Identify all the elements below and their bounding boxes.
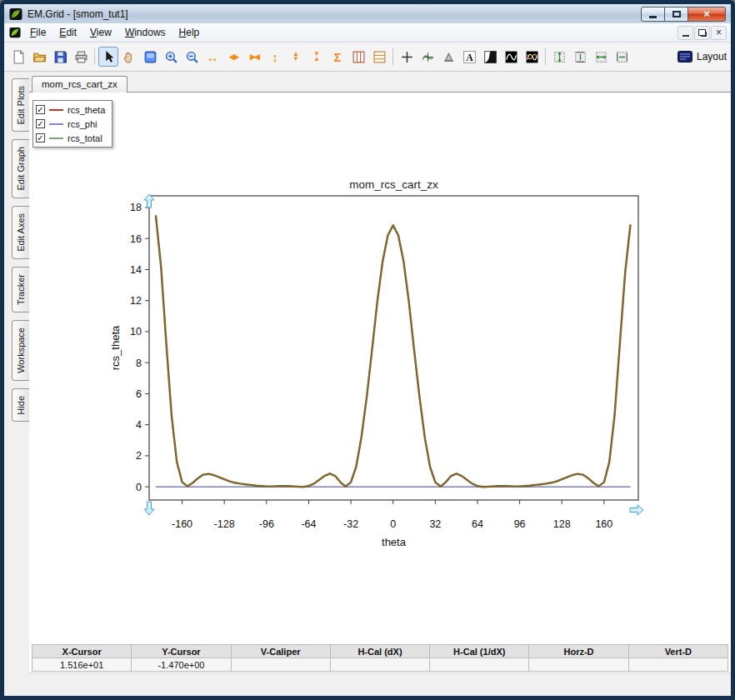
toolbar-separator [94, 48, 95, 65]
cursor-readout: X-Cursor Y-Cursor V-Caliper H-Cal (dX) H… [29, 644, 731, 672]
sidebar-tab-label: Tracker [16, 274, 26, 305]
column-format-icon[interactable] [348, 47, 368, 67]
legend-color-line [49, 123, 63, 125]
menu-view[interactable]: View [83, 24, 118, 41]
fit-vertical-alt-icon[interactable] [570, 47, 590, 67]
x-tick-label: -64 [301, 518, 316, 530]
mdi-minimize-button[interactable] [678, 26, 693, 40]
x-tick-label: -160 [172, 518, 192, 530]
sidebar-tab-workspace[interactable]: Workspace [12, 320, 29, 381]
titlebar: EM.Grid - [smom_tut1] × [4, 4, 731, 23]
plot-frame [149, 196, 638, 500]
toolbar-separator [545, 48, 546, 65]
mdi-restore-button[interactable] [694, 26, 710, 40]
document-tab[interactable]: mom_rcs_cart_zx [32, 76, 128, 92]
plot-surface: rcs_theta rcs_phi rcs_total -160-128-96-… [29, 92, 731, 644]
y-tick-label: 16 [130, 233, 142, 245]
pan-hand-icon[interactable] [119, 47, 139, 67]
readout-header-cell: H-Cal (dX) [330, 645, 429, 658]
y-tick-label: 8 [136, 358, 142, 369]
sidebar-tab-edit-plots[interactable]: Edit Plots [12, 78, 29, 132]
waveform-icon[interactable] [501, 47, 521, 67]
y-tick-label: 4 [136, 419, 142, 431]
contrast-plot-icon[interactable] [480, 47, 500, 67]
expand-vertical-icon[interactable]: ↕ [265, 47, 285, 67]
shrink-horizontal-icon[interactable]: ▶◀ [244, 47, 264, 67]
zoom-in-icon[interactable] [161, 47, 181, 67]
stretch-vertical-icon[interactable]: ▲▼ [286, 47, 306, 67]
main-area: Edit Plots Edit Graph Edit Axes Tracker … [4, 72, 731, 696]
maximize-button[interactable] [665, 7, 688, 22]
shrink-vertical-icon[interactable]: ▼▲ [307, 47, 327, 67]
fit-horizontal-box-icon[interactable] [591, 47, 611, 67]
x-tick-label: 96 [514, 518, 526, 530]
series-rcs_theta [156, 215, 631, 487]
sidebar-tab-edit-graph[interactable]: Edit Graph [12, 139, 29, 198]
legend-label: rcs_phi [68, 119, 97, 129]
menu-help[interactable]: Help [172, 24, 207, 41]
sidebar-tabstrip: Edit Plots Edit Graph Edit Axes Tracker … [4, 72, 29, 696]
crosshair-icon[interactable] [397, 47, 417, 67]
x-tick-label: 160 [595, 518, 612, 530]
mdi-close-button[interactable]: × [711, 26, 727, 40]
sidebar-tab-label: Edit Axes [16, 213, 26, 252]
x-tick-label: -96 [259, 518, 274, 530]
readout-value-cell [628, 658, 728, 672]
sidebar-tab-edit-axes[interactable]: Edit Axes [12, 206, 29, 259]
legend-checkbox[interactable] [36, 119, 45, 128]
multi-waveform-icon[interactable] [522, 47, 542, 67]
minimize-button[interactable] [641, 7, 665, 22]
caliper-icon[interactable] [438, 47, 458, 67]
legend-item: rcs_phi [36, 117, 105, 131]
series-rcs_total [156, 215, 631, 487]
legend-label: rcs_theta [68, 105, 105, 115]
readout-value-cell: 1.516e+01 [32, 658, 132, 672]
sidebar-tab-label: Workspace [16, 328, 26, 373]
menu-edit[interactable]: Edit [52, 24, 83, 41]
fit-vertical-box-icon[interactable] [549, 47, 569, 67]
legend-checkbox[interactable] [36, 105, 45, 114]
menu-file[interactable]: File [23, 24, 52, 41]
axis-pan-right-icon[interactable] [630, 505, 643, 515]
readout-value-cell [231, 658, 330, 672]
stretch-horizontal-icon[interactable]: ◀▶ [223, 47, 243, 67]
chart-canvas[interactable]: -160-128-96-64-3203264961281600246810121… [29, 92, 731, 644]
readout-header-row: X-Cursor Y-Cursor V-Caliper H-Cal (dX) H… [32, 645, 728, 658]
legend-color-line [49, 138, 63, 139]
sidebar-tab-label: Edit Plots [16, 86, 26, 124]
legend-checkbox[interactable] [36, 133, 45, 142]
axis-pan-down-icon[interactable] [144, 502, 154, 515]
document-tab-bar: mom_rcs_cart_zx [29, 72, 731, 92]
x-tick-label: -128 [214, 518, 235, 530]
sidebar-tab-tracker[interactable]: Tracker [12, 267, 29, 312]
select-arrow-icon[interactable] [98, 47, 118, 67]
print-icon[interactable] [71, 47, 91, 67]
close-button[interactable]: × [688, 7, 726, 22]
legend-item: rcs_theta [36, 102, 105, 117]
toolbar: ↔ ◀▶ ▶◀ ↕ ▲▼ ▼▲ Σ A Layout [4, 42, 731, 72]
readout-header-cell: Vert-D [628, 645, 728, 658]
app-logo-icon [9, 8, 22, 21]
y-tick-label: 14 [130, 264, 142, 276]
menu-windows[interactable]: Windows [118, 24, 172, 41]
readout-value-cell: -1.470e+00 [132, 658, 231, 672]
zoom-window-icon[interactable] [140, 47, 160, 67]
expand-horizontal-icon[interactable]: ↔ [202, 47, 222, 67]
zoom-out-icon[interactable] [182, 47, 202, 67]
open-folder-icon[interactable] [29, 47, 49, 67]
save-icon[interactable] [50, 47, 70, 67]
row-format-icon[interactable] [369, 47, 389, 67]
fit-horizontal-alt-icon[interactable] [612, 47, 632, 67]
tracker-cursor-icon[interactable] [418, 47, 438, 67]
sidebar-tab-hide[interactable]: Hide [12, 388, 29, 422]
layout-control[interactable]: Layout [671, 51, 727, 62]
legend-color-line [49, 109, 63, 111]
text-annotation-icon[interactable]: A [459, 47, 479, 67]
new-document-icon[interactable] [8, 47, 28, 67]
legend: rcs_theta rcs_phi rcs_total [32, 100, 112, 148]
x-tick-label: 32 [429, 518, 441, 530]
readout-header-cell: Y-Cursor [132, 645, 231, 658]
legend-item: rcs_total [36, 131, 105, 145]
client-area: mom_rcs_cart_zx rcs_theta rcs_phi [29, 72, 731, 696]
autoscale-icon[interactable]: Σ [328, 47, 348, 67]
